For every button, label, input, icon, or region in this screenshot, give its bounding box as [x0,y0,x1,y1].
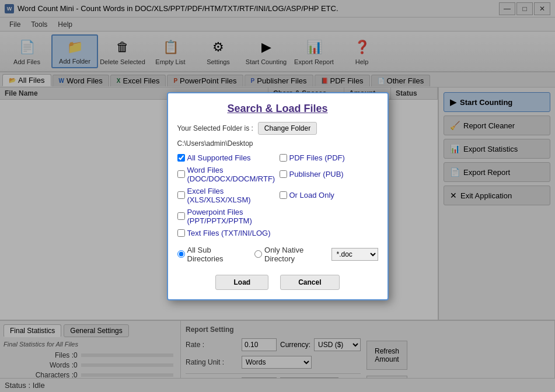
change-folder-button[interactable]: Change Folder [258,122,317,135]
checkbox-word-files: Word Files (DOC/DOCX/DOCM/RTF) [177,166,276,183]
checkbox-publisher-input[interactable] [280,170,287,178]
modal-folder-label: Your Selected Folder is : [177,124,253,132]
checkbox-powerpoint-files: Powerpoint Files (PPT/PPTX/PPTM) [177,208,276,225]
checkbox-or-load-only-input[interactable] [280,191,287,199]
modal-radio-row: All Sub Directories Only Native Director… [177,246,331,263]
radio-all-sub-input[interactable] [177,250,185,258]
checkbox-all-supported: All Supported Files [177,153,276,162]
checkbox-or-load-only: Or Load Only [280,191,378,200]
checkbox-text-files-input[interactable] [177,229,185,237]
checkbox-pdf-files-input[interactable] [280,154,287,162]
modal-overlay: Search & Load Files Your Selected Folder… [0,0,555,392]
modal-folder-row: Your Selected Folder is : Change Folder [177,122,378,135]
modal-load-button[interactable]: Load [215,275,268,290]
search-load-modal: Search & Load Files Your Selected Folder… [167,92,389,300]
checkbox-word-files-input[interactable] [177,170,185,178]
checkbox-publisher: Publisher (PUB) [280,170,378,178]
checkbox-excel-files: Excel Files (XLS/XLSX/XLSM) [177,187,276,204]
modal-checkboxes: All Supported Files PDF Files (PDF) Word… [177,153,378,225]
checkbox-powerpoint-input[interactable] [177,212,185,220]
ext-combo[interactable]: *.doc [331,248,378,261]
modal-btn-row: Load Cancel [177,275,378,290]
radio-all-sub: All Sub Directories [177,246,246,263]
radio-native-only: Only Native Directory [254,246,331,263]
checkbox-excel-files-input[interactable] [177,191,185,199]
modal-title: Search & Load Files [177,103,378,115]
modal-folder-path: C:\Users\admin\Desktop [177,139,378,148]
modal-cancel-button[interactable]: Cancel [280,275,339,290]
checkbox-all-supported-input[interactable] [177,154,185,162]
checkbox-text-files: Text Files (TXT/INI/LOG) [177,229,378,237]
checkbox-pdf-files: PDF Files (PDF) [280,153,378,162]
modal-ext-row: *.doc [331,248,378,261]
radio-native-only-input[interactable] [254,250,262,258]
